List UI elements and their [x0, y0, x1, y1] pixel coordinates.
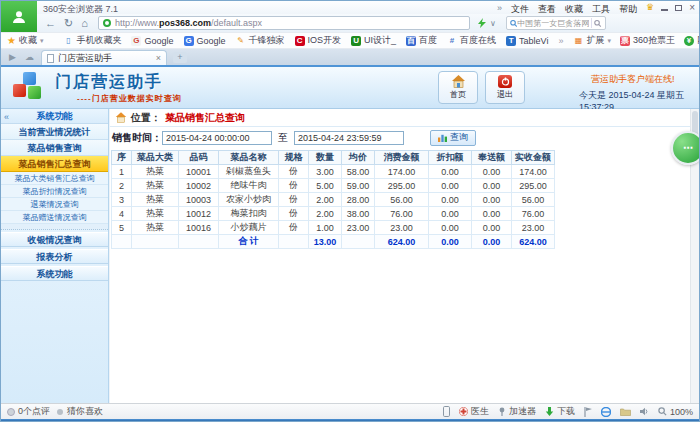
- address-bar[interactable]: http://www.pos368.com/default.aspx: [98, 16, 470, 30]
- cloud-sync-icon[interactable]: ☁: [25, 52, 34, 62]
- zoom-control[interactable]: 100%: [658, 407, 693, 417]
- caret-down-icon: ▾: [607, 37, 611, 45]
- cell: 23.00: [375, 221, 429, 235]
- restore-icon[interactable]: [675, 5, 682, 11]
- cell: 10012: [179, 207, 219, 221]
- cell: 剁椒蒸鱼头: [219, 165, 279, 179]
- cell: 5.00: [309, 179, 342, 193]
- sidebar-item[interactable]: 报表分析: [1, 249, 108, 264]
- search-go-icon[interactable]: [594, 19, 602, 28]
- bookmark-item[interactable]: ✎千锋独家: [236, 34, 285, 47]
- favorites-button[interactable]: ★ 收藏 ▾: [7, 34, 43, 47]
- chevron-down-icon: ∨: [490, 19, 496, 28]
- search-box[interactable]: [506, 16, 606, 30]
- bookmark-item[interactable]: GGoogle: [131, 36, 173, 46]
- bookmark-item-label: Google: [197, 36, 226, 46]
- caret-down-icon: ▾: [40, 37, 44, 45]
- tab-close-icon[interactable]: ×: [156, 53, 161, 63]
- home-icon[interactable]: ⌂: [81, 16, 88, 30]
- cell: 小炒藕片: [219, 221, 279, 235]
- cell: 59.00: [342, 179, 375, 193]
- google-blue-icon: G: [184, 36, 194, 46]
- sidebar-item[interactable]: 收银情况查询: [1, 232, 108, 247]
- medical-cross-icon: [459, 407, 468, 416]
- extension-item[interactable]: ▦扩展▾: [573, 34, 611, 47]
- status-bar: 0个点评 猜你喜欢 医生 加速器 下载: [1, 403, 699, 419]
- sidebar-item[interactable]: 系统功能: [1, 109, 108, 124]
- minimize-icon[interactable]: [661, 9, 668, 11]
- review-badge-icon: [7, 408, 15, 416]
- sale-time-label: 销售时间：: [112, 131, 162, 145]
- sidebar-item[interactable]: 菜品销售查询: [1, 140, 108, 156]
- google-grid-icon: G: [131, 36, 141, 46]
- cell: 0.00: [472, 193, 512, 207]
- sidebar-item[interactable]: 退菜情况查询: [1, 198, 108, 211]
- exit-button[interactable]: 退出: [485, 71, 525, 104]
- user-avatar[interactable]: [1, 1, 37, 32]
- collapse-sidebar-icon[interactable]: «: [4, 112, 9, 122]
- bookmarks-overflow-icon[interactable]: »: [558, 36, 563, 46]
- ie-browser-icon[interactable]: [601, 407, 611, 417]
- member-crown-icon[interactable]: ♛: [646, 3, 654, 12]
- booster-tool[interactable]: 加速器: [498, 405, 536, 418]
- bookmark-item[interactable]: 百百度: [406, 34, 437, 47]
- browser-mode-switch[interactable]: ∨: [478, 18, 496, 28]
- back-icon[interactable]: ←: [45, 16, 56, 30]
- totals-cell: [279, 235, 309, 249]
- cell: 热菜: [132, 179, 179, 193]
- sidebar-item[interactable]: 菜品折扣情况查询: [1, 185, 108, 198]
- cell: 3: [112, 193, 132, 207]
- totals-cell: 624.00: [512, 235, 555, 249]
- doctor-tool[interactable]: 医生: [459, 405, 489, 418]
- favorites-label: 收藏: [19, 34, 37, 47]
- bookmark-item[interactable]: UUI设计_: [351, 34, 396, 47]
- page-subtitle: ----门店营业数据实时查询: [77, 93, 182, 104]
- speaker-icon[interactable]: [640, 407, 649, 416]
- sidebar-item[interactable]: 菜品销售汇总查询: [1, 156, 108, 172]
- extension-item[interactable]: ¥网银▾: [684, 34, 699, 47]
- bookmark-item[interactable]: GGoogle: [184, 36, 226, 46]
- flag-icon[interactable]: [584, 407, 592, 417]
- session-restore-icon[interactable]: ▶: [9, 52, 16, 62]
- phone-icon[interactable]: [443, 406, 450, 417]
- date-to-input[interactable]: [294, 131, 404, 145]
- customer-service-float-button[interactable]: ⋯: [671, 131, 700, 165]
- cell: 份: [279, 165, 309, 179]
- exit-label: 退出: [497, 89, 513, 100]
- baidu-icon: 百: [406, 36, 416, 46]
- totals-cell: 0.00: [429, 235, 472, 249]
- bookmark-item[interactable]: TTableVi: [506, 36, 548, 46]
- download-tool[interactable]: 下载: [545, 405, 575, 418]
- cell: 174.00: [375, 165, 429, 179]
- extension-item[interactable]: 票360抢票王: [620, 34, 675, 47]
- sidebar-item[interactable]: 当前营业情况统计: [1, 124, 108, 140]
- query-button-label: 查询: [450, 131, 468, 144]
- sidebar-item[interactable]: 系统功能: [1, 266, 108, 281]
- download-arrow-icon: [545, 407, 554, 416]
- refresh-icon[interactable]: ↻: [64, 16, 73, 30]
- tab-title: 门店营运助手: [58, 52, 152, 65]
- table-row: 4热菜10012梅菜扣肉份2.0038.0076.000.000.0076.00: [112, 207, 555, 221]
- folder-icon[interactable]: [620, 407, 631, 416]
- site-reviews[interactable]: 0个点评: [7, 405, 50, 418]
- bookmark-item[interactable]: ▯手机收藏夹: [63, 34, 121, 47]
- bookmark-item[interactable]: #百度在线: [447, 34, 496, 47]
- date-from-input[interactable]: [162, 131, 272, 145]
- home-page-button[interactable]: 首页: [438, 71, 478, 104]
- mobile-favorites-icon: ▯: [63, 36, 73, 46]
- sidebar-item[interactable]: 菜品赠送情况查询: [1, 211, 108, 224]
- cell: 2.00: [309, 193, 342, 207]
- sidebar-item[interactable]: 菜品大类销售汇总查询: [1, 172, 108, 185]
- bookmark-item[interactable]: CIOS开发: [295, 34, 342, 47]
- guess-you-like[interactable]: 猜你喜欢: [56, 405, 103, 418]
- bookmark-item-label: TableVi: [519, 36, 548, 46]
- close-icon[interactable]: ×: [689, 3, 695, 13]
- bookmark-item-label: 千锋独家: [249, 34, 285, 47]
- tab-store-assistant[interactable]: 门店营运助手 ×: [41, 50, 167, 65]
- query-button[interactable]: 查询: [430, 130, 476, 146]
- search-input[interactable]: [517, 19, 589, 28]
- booster-label: 加速器: [509, 405, 536, 418]
- column-header: 序: [112, 151, 132, 165]
- column-header: 折扣额: [429, 151, 472, 165]
- new-tab-button[interactable]: +: [173, 52, 187, 63]
